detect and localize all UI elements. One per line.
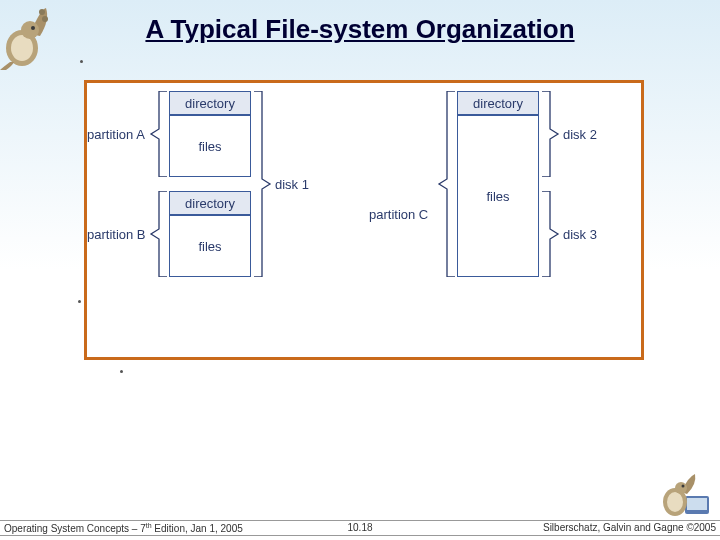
cell-directory-b: directory (169, 191, 251, 215)
svg-point-9 (667, 492, 683, 512)
bracket-disk-1 (252, 91, 272, 277)
bullet-dot (120, 370, 123, 373)
label-disk-3: disk 3 (563, 227, 597, 242)
label-disk-1: disk 1 (275, 177, 309, 192)
cell-files-c: files (457, 115, 539, 277)
svg-rect-7 (687, 498, 707, 510)
cell-files-b: files (169, 215, 251, 277)
svg-point-11 (682, 485, 685, 488)
diagram-frame: directory files directory files partitio… (84, 80, 644, 360)
bracket-disk-3 (540, 191, 560, 277)
dinosaur-mascot-bottom (657, 472, 712, 522)
label-partition-a: partition A (87, 127, 145, 142)
bracket-disk-2 (540, 91, 560, 177)
slide-title: A Typical File-system Organization (0, 14, 720, 45)
footer-right: Silberschatz, Galvin and Gagne ©2005 (543, 522, 716, 533)
label-disk-2: disk 2 (563, 127, 597, 142)
bracket-partition-b (149, 191, 169, 277)
cell-directory-c: directory (457, 91, 539, 115)
bullet-dot (80, 60, 83, 63)
cell-files-a: files (169, 115, 251, 177)
label-partition-b: partition B (87, 227, 146, 242)
bullet-dot (78, 300, 81, 303)
cell-directory-a: directory (169, 91, 251, 115)
label-partition-c: partition C (369, 207, 428, 222)
svg-point-10 (675, 482, 687, 494)
dino-icon (657, 472, 712, 522)
bracket-partition-a (149, 91, 169, 177)
footer-bar: Operating System Concepts – 7th Edition,… (0, 520, 720, 536)
bracket-partition-c (437, 91, 457, 277)
